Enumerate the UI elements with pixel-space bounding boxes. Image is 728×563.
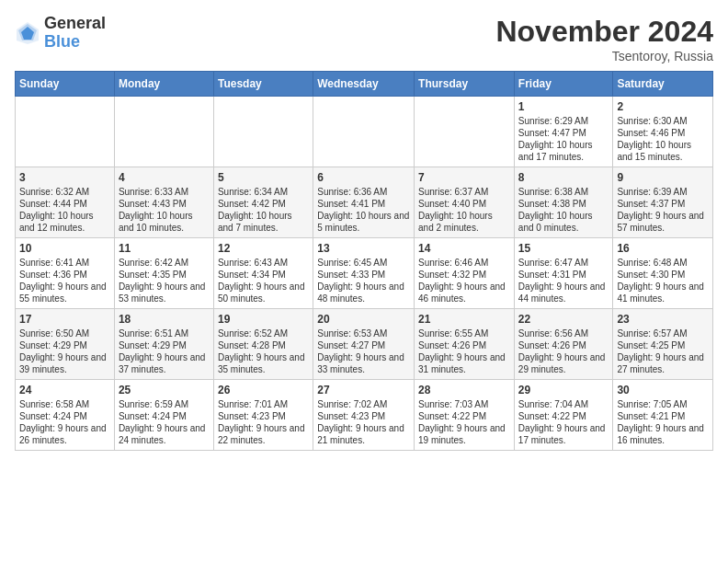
calendar-cell: 7Sunrise: 6:37 AMSunset: 4:40 PMDaylight… <box>415 167 515 238</box>
calendar-cell: 29Sunrise: 7:04 AMSunset: 4:22 PMDayligh… <box>514 380 613 451</box>
day-number: 2 <box>617 100 709 113</box>
day-number: 1 <box>518 100 609 113</box>
calendar-cell: 1Sunrise: 6:29 AMSunset: 4:47 PMDaylight… <box>514 97 613 167</box>
calendar-cell: 10Sunrise: 6:41 AMSunset: 4:36 PMDayligh… <box>16 238 115 309</box>
day-info: Sunrise: 6:55 AMSunset: 4:26 PMDaylight:… <box>418 327 510 375</box>
calendar-cell: 21Sunrise: 6:55 AMSunset: 4:26 PMDayligh… <box>415 309 515 380</box>
logo: General Blue <box>15 15 106 52</box>
calendar-cell <box>16 97 115 167</box>
day-info: Sunrise: 6:39 AMSunset: 4:37 PMDaylight:… <box>617 186 709 234</box>
day-info: Sunrise: 6:29 AMSunset: 4:47 PMDaylight:… <box>518 115 609 163</box>
day-number: 14 <box>418 242 510 255</box>
calendar-cell: 9Sunrise: 6:39 AMSunset: 4:37 PMDaylight… <box>613 167 713 238</box>
day-number: 11 <box>119 242 210 255</box>
calendar-cell <box>114 97 213 167</box>
day-number: 29 <box>518 384 609 396</box>
day-info: Sunrise: 6:56 AMSunset: 4:26 PMDaylight:… <box>518 327 609 375</box>
day-number: 13 <box>317 242 410 255</box>
calendar-header-tuesday: Tuesday <box>213 72 313 97</box>
day-info: Sunrise: 6:59 AMSunset: 4:24 PMDaylight:… <box>119 398 210 446</box>
calendar-header-row: SundayMondayTuesdayWednesdayThursdayFrid… <box>16 72 713 97</box>
calendar-week-row: 3Sunrise: 6:32 AMSunset: 4:44 PMDaylight… <box>16 167 713 238</box>
day-info: Sunrise: 6:33 AMSunset: 4:43 PMDaylight:… <box>119 186 210 234</box>
calendar-cell: 4Sunrise: 6:33 AMSunset: 4:43 PMDaylight… <box>114 167 213 238</box>
calendar-header-monday: Monday <box>114 72 213 97</box>
day-info: Sunrise: 7:04 AMSunset: 4:22 PMDaylight:… <box>518 398 609 446</box>
day-info: Sunrise: 7:05 AMSunset: 4:21 PMDaylight:… <box>617 398 709 446</box>
day-number: 15 <box>518 242 609 255</box>
day-info: Sunrise: 6:50 AMSunset: 4:29 PMDaylight:… <box>19 327 110 375</box>
day-number: 23 <box>617 313 709 326</box>
calendar-header-saturday: Saturday <box>613 72 713 97</box>
day-info: Sunrise: 6:45 AMSunset: 4:33 PMDaylight:… <box>317 257 410 304</box>
calendar-cell: 23Sunrise: 6:57 AMSunset: 4:25 PMDayligh… <box>613 309 713 380</box>
calendar-week-row: 17Sunrise: 6:50 AMSunset: 4:29 PMDayligh… <box>16 309 713 380</box>
day-number: 12 <box>218 242 309 255</box>
calendar-cell: 3Sunrise: 6:32 AMSunset: 4:44 PMDaylight… <box>16 167 115 238</box>
day-info: Sunrise: 6:43 AMSunset: 4:34 PMDaylight:… <box>218 257 309 304</box>
calendar-cell: 5Sunrise: 6:34 AMSunset: 4:42 PMDaylight… <box>213 167 313 238</box>
calendar-cell: 15Sunrise: 6:47 AMSunset: 4:31 PMDayligh… <box>514 238 613 309</box>
day-number: 18 <box>119 313 210 326</box>
calendar-week-row: 1Sunrise: 6:29 AMSunset: 4:47 PMDaylight… <box>16 97 713 167</box>
day-info: Sunrise: 6:57 AMSunset: 4:25 PMDaylight:… <box>617 327 709 375</box>
day-number: 17 <box>19 313 110 326</box>
day-info: Sunrise: 6:47 AMSunset: 4:31 PMDaylight:… <box>518 257 609 304</box>
logo-text: General Blue <box>44 15 106 52</box>
day-number: 16 <box>617 242 709 255</box>
logo-general: General <box>44 15 106 33</box>
calendar-cell <box>213 97 313 167</box>
day-number: 4 <box>119 171 210 184</box>
calendar-cell: 28Sunrise: 7:03 AMSunset: 4:22 PMDayligh… <box>415 380 515 451</box>
calendar-cell: 14Sunrise: 6:46 AMSunset: 4:32 PMDayligh… <box>415 238 515 309</box>
calendar-week-row: 24Sunrise: 6:58 AMSunset: 4:24 PMDayligh… <box>16 380 713 451</box>
day-info: Sunrise: 7:01 AMSunset: 4:23 PMDaylight:… <box>218 398 309 446</box>
day-info: Sunrise: 6:34 AMSunset: 4:42 PMDaylight:… <box>218 186 309 234</box>
calendar-cell: 11Sunrise: 6:42 AMSunset: 4:35 PMDayligh… <box>114 238 213 309</box>
page-header: General Blue November 2024 Tsentoroy, Ru… <box>15 15 713 63</box>
day-info: Sunrise: 6:48 AMSunset: 4:30 PMDaylight:… <box>617 257 709 304</box>
calendar-cell: 19Sunrise: 6:52 AMSunset: 4:28 PMDayligh… <box>213 309 313 380</box>
calendar-cell <box>313 97 415 167</box>
day-number: 28 <box>418 384 510 396</box>
calendar-cell: 26Sunrise: 7:01 AMSunset: 4:23 PMDayligh… <box>213 380 313 451</box>
calendar-cell: 27Sunrise: 7:02 AMSunset: 4:23 PMDayligh… <box>313 380 415 451</box>
day-number: 9 <box>617 171 709 184</box>
logo-icon <box>15 20 40 46</box>
day-number: 6 <box>317 171 410 184</box>
calendar-cell: 24Sunrise: 6:58 AMSunset: 4:24 PMDayligh… <box>16 380 115 451</box>
title-block: November 2024 Tsentoroy, Russia <box>495 15 713 63</box>
day-info: Sunrise: 7:02 AMSunset: 4:23 PMDaylight:… <box>317 398 410 446</box>
calendar-cell: 17Sunrise: 6:50 AMSunset: 4:29 PMDayligh… <box>16 309 115 380</box>
calendar-cell: 18Sunrise: 6:51 AMSunset: 4:29 PMDayligh… <box>114 309 213 380</box>
day-number: 3 <box>19 171 110 184</box>
day-number: 24 <box>19 384 110 396</box>
calendar-cell <box>415 97 515 167</box>
calendar-header-sunday: Sunday <box>16 72 115 97</box>
day-info: Sunrise: 6:58 AMSunset: 4:24 PMDaylight:… <box>19 398 110 446</box>
calendar-header-thursday: Thursday <box>415 72 515 97</box>
calendar-cell: 22Sunrise: 6:56 AMSunset: 4:26 PMDayligh… <box>514 309 613 380</box>
day-info: Sunrise: 6:32 AMSunset: 4:44 PMDaylight:… <box>19 186 110 234</box>
calendar-cell: 13Sunrise: 6:45 AMSunset: 4:33 PMDayligh… <box>313 238 415 309</box>
location: Tsentoroy, Russia <box>495 49 713 63</box>
calendar-cell: 16Sunrise: 6:48 AMSunset: 4:30 PMDayligh… <box>613 238 713 309</box>
day-info: Sunrise: 6:38 AMSunset: 4:38 PMDaylight:… <box>518 186 609 234</box>
day-info: Sunrise: 6:46 AMSunset: 4:32 PMDaylight:… <box>418 257 510 304</box>
calendar-cell: 8Sunrise: 6:38 AMSunset: 4:38 PMDaylight… <box>514 167 613 238</box>
calendar-cell: 20Sunrise: 6:53 AMSunset: 4:27 PMDayligh… <box>313 309 415 380</box>
day-number: 20 <box>317 313 410 326</box>
day-number: 8 <box>518 171 609 184</box>
calendar-week-row: 10Sunrise: 6:41 AMSunset: 4:36 PMDayligh… <box>16 238 713 309</box>
calendar-header-friday: Friday <box>514 72 613 97</box>
calendar-cell: 2Sunrise: 6:30 AMSunset: 4:46 PMDaylight… <box>613 97 713 167</box>
calendar-cell: 6Sunrise: 6:36 AMSunset: 4:41 PMDaylight… <box>313 167 415 238</box>
day-info: Sunrise: 6:53 AMSunset: 4:27 PMDaylight:… <box>317 327 410 375</box>
day-info: Sunrise: 7:03 AMSunset: 4:22 PMDaylight:… <box>418 398 510 446</box>
day-number: 5 <box>218 171 309 184</box>
day-number: 22 <box>518 313 609 326</box>
day-number: 21 <box>418 313 510 326</box>
day-info: Sunrise: 6:36 AMSunset: 4:41 PMDaylight:… <box>317 186 410 234</box>
calendar-header-wednesday: Wednesday <box>313 72 415 97</box>
day-number: 25 <box>119 384 210 396</box>
